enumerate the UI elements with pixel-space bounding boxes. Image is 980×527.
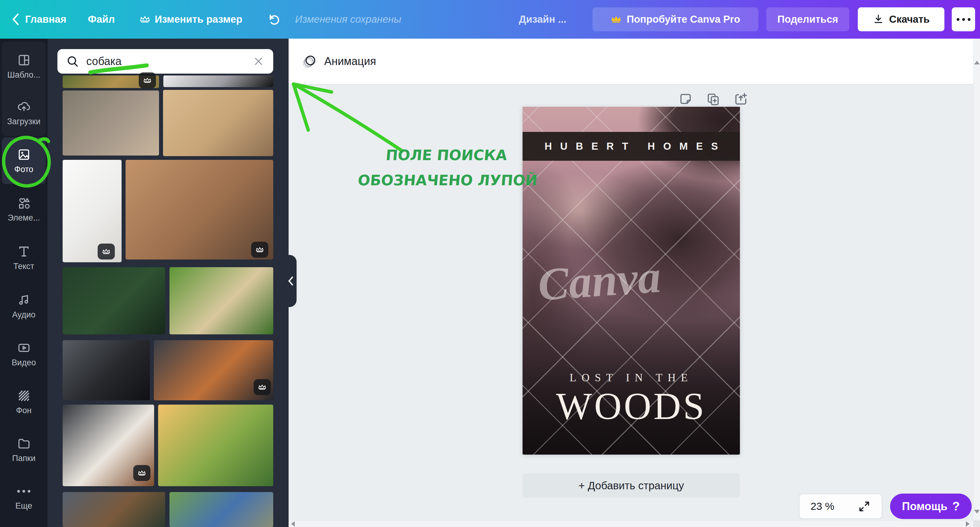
fullscreen-icon[interactable] — [858, 500, 871, 513]
notes-button[interactable] — [677, 91, 694, 107]
page-actions — [677, 91, 749, 107]
add-page-icon — [733, 92, 748, 106]
clear-search-icon[interactable] — [252, 55, 265, 67]
vertical-scrollbar[interactable] — [973, 39, 980, 527]
download-button[interactable]: Скачать — [858, 7, 944, 31]
zoom-control: 23 % — [799, 494, 882, 519]
panel-collapse-handle[interactable] — [282, 255, 297, 307]
sidebar-item-folders[interactable]: Папки — [2, 426, 46, 473]
resize-button[interactable]: Изменить размер — [139, 13, 242, 25]
crown-icon — [611, 15, 622, 24]
crown-icon — [138, 470, 146, 476]
chevron-left-icon — [287, 276, 294, 286]
design-title: Дизайн ... — [519, 13, 566, 25]
crown-icon — [255, 246, 264, 253]
photos-panel — [48, 39, 289, 527]
elements-icon — [17, 196, 31, 210]
home-button-label: Главная — [25, 13, 66, 25]
horizontal-scrollbar[interactable] — [289, 520, 973, 527]
photo-black-dog-studio[interactable] — [163, 75, 273, 87]
zoom-level[interactable]: 23 % — [811, 500, 834, 512]
scroll-right-icon[interactable] — [966, 521, 970, 527]
search-icon — [66, 55, 80, 68]
file-button[interactable]: Файл — [88, 13, 115, 25]
save-status: Изменения сохранены — [295, 13, 401, 25]
chevron-left-icon — [10, 13, 21, 26]
notes-icon — [678, 92, 693, 106]
search-box — [57, 49, 273, 74]
scroll-down-icon[interactable] — [974, 510, 980, 514]
design-banner: HUBERT HOMES — [523, 132, 740, 161]
design-brand-text: HUBERT HOMES — [536, 140, 726, 152]
templates-icon — [17, 53, 31, 67]
crown-icon — [258, 384, 266, 390]
duplicate-page-button[interactable] — [705, 91, 721, 107]
question-mark: ? — [952, 499, 960, 513]
pro-badge — [133, 465, 150, 481]
add-page-button[interactable]: + Добавить страницу — [523, 473, 740, 498]
crown-icon — [102, 248, 111, 255]
sidebar-nav: Шабло... Загрузки Фото Элеме... Текст Ау… — [0, 39, 48, 527]
sidebar-item-photos[interactable]: Фото — [2, 137, 46, 184]
video-icon — [17, 341, 31, 355]
pro-badge — [98, 244, 115, 260]
sidebar-item-video[interactable]: Видео — [2, 331, 46, 377]
share-button[interactable]: Поделиться — [766, 7, 849, 31]
try-pro-button[interactable]: Попробуйте Canva Pro — [593, 7, 758, 31]
sidebar-item-elements[interactable]: Элеме... — [2, 186, 46, 233]
pro-badge — [251, 242, 268, 258]
download-icon — [873, 13, 884, 25]
animation-icon — [301, 53, 318, 70]
audio-icon — [17, 293, 31, 307]
crown-icon — [139, 15, 150, 23]
undo-button[interactable] — [267, 12, 281, 26]
design-title-text: WOODS — [523, 385, 740, 428]
canvas-area: Анимация Canva HUBERT HOMES LOST IN THE … — [289, 39, 980, 527]
animate-button[interactable]: Анимация — [301, 53, 376, 70]
back-button[interactable]: Главная — [10, 13, 66, 26]
add-page-icon-button[interactable] — [733, 91, 749, 107]
pro-badge — [254, 379, 271, 395]
more-options-button[interactable] — [952, 7, 975, 31]
photo-pug-lying-down[interactable] — [163, 90, 273, 156]
sidebar-item-text[interactable]: Текст — [2, 234, 46, 281]
text-icon — [17, 244, 31, 259]
photos-icon — [17, 148, 31, 162]
photo-dog-on-leash-forest[interactable] — [63, 267, 165, 334]
photo-beagle-sunny-path[interactable] — [158, 405, 273, 486]
canva-watermark: Canva — [523, 249, 678, 312]
help-button[interactable]: Помощь ? — [890, 494, 972, 519]
sidebar-item-uploads[interactable]: Загрузки — [2, 90, 46, 136]
photo-paw-in-hand[interactable] — [63, 90, 159, 156]
background-icon — [17, 389, 31, 403]
sidebar-item-templates[interactable]: Шабло... — [2, 43, 46, 90]
canva-editor: Главная Файл Изменить размер Изменения с… — [0, 0, 980, 527]
top-bar: Главная Файл Изменить размер Изменения с… — [0, 0, 980, 39]
design-subtitle-text: LOST IN THE — [523, 371, 740, 384]
scroll-up-icon[interactable] — [974, 61, 980, 64]
canvas-toolbar: Анимация — [289, 39, 973, 85]
sidebar-item-background[interactable]: Фон — [2, 379, 46, 425]
pro-badge — [139, 72, 156, 88]
crown-icon — [143, 77, 152, 84]
search-input[interactable] — [86, 55, 246, 68]
design-page[interactable]: Canva HUBERT HOMES LOST IN THE WOODS — [523, 107, 740, 455]
photo-woman-kissing-dog[interactable] — [63, 492, 165, 527]
duplicate-page-icon — [706, 92, 721, 106]
more-icon — [17, 485, 30, 498]
more-options-icon — [957, 18, 970, 21]
scrollbar-corner — [973, 520, 980, 527]
scroll-left-icon[interactable] — [291, 521, 295, 527]
sidebar-item-audio[interactable]: Аудио — [2, 283, 46, 329]
photo-corgi-by-pond[interactable] — [169, 492, 273, 527]
uploads-icon — [17, 100, 31, 114]
undo-icon — [267, 12, 281, 26]
photo-golden-retriever-grass[interactable] — [169, 267, 273, 334]
sidebar-item-more[interactable]: Еще — [2, 474, 46, 521]
folders-icon — [17, 437, 31, 451]
photo-labrador-dark-portrait[interactable] — [63, 340, 150, 400]
